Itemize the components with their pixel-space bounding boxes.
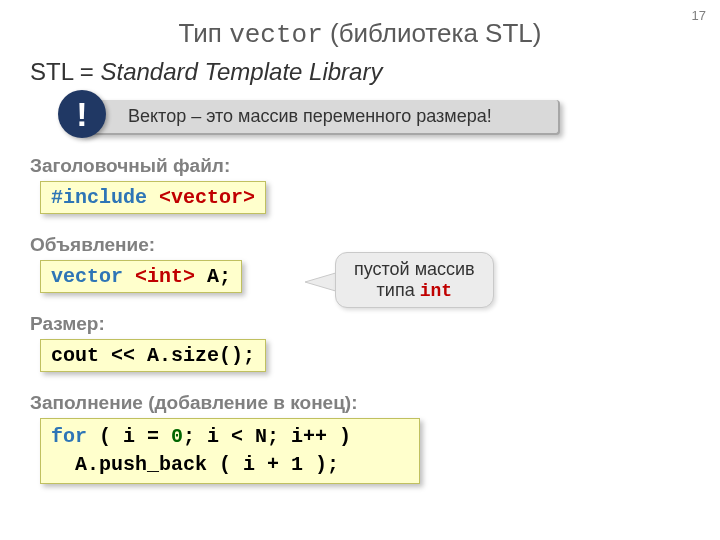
subtitle-abbr: STL xyxy=(30,58,73,85)
code-angle-close: > xyxy=(183,265,195,288)
code-fill: for ( i = 0; i < N; i++ ) A.push_back ( … xyxy=(40,418,420,484)
declaration-row: vector <int> A; пустой массив типа int xyxy=(0,260,720,293)
code-size: cout << A.size(); xyxy=(40,339,266,372)
title-mono: vector xyxy=(229,20,323,50)
callout-arrow-icon xyxy=(305,272,339,292)
subtitle-eq: = xyxy=(73,58,100,85)
code-for-a: ( i = xyxy=(87,425,171,448)
code-pushback: A.push_back ( i + 1 ); xyxy=(51,453,339,476)
subtitle: STL = Standard Template Library xyxy=(30,58,720,86)
bubble-line2-a: типа xyxy=(377,280,420,300)
code-angle-open: < xyxy=(123,265,147,288)
code-for-b: ; i < N; i++ ) xyxy=(183,425,351,448)
section-fill: Заполнение (добавление в конец): xyxy=(30,392,720,414)
title-text-1: Тип xyxy=(179,18,230,48)
slide-title: Тип vector (библиотека STL) xyxy=(0,18,720,50)
callout-text: Вектор – это массив переменного размера! xyxy=(80,100,560,135)
code-zero: 0 xyxy=(171,425,183,448)
code-int-type: int xyxy=(147,265,183,288)
code-for-kw: for xyxy=(51,425,87,448)
code-var: A; xyxy=(195,265,231,288)
title-text-2: (библиотека STL) xyxy=(323,18,542,48)
code-size-call: << A.size(); xyxy=(111,344,255,367)
code-vector-kw: vector xyxy=(51,265,123,288)
section-size: Размер: xyxy=(30,313,720,335)
exclamation-icon: ! xyxy=(58,90,106,138)
svg-marker-0 xyxy=(305,272,339,292)
code-kw: #include xyxy=(51,186,147,209)
code-cout: cout xyxy=(51,344,111,367)
callout: ! Вектор – это массив переменного размер… xyxy=(80,100,560,135)
code-declaration: vector <int> A; xyxy=(40,260,242,293)
bubble-line2: типа int xyxy=(354,280,475,301)
section-header-file: Заголовочный файл: xyxy=(30,155,720,177)
subtitle-expansion: Standard Template Library xyxy=(100,58,382,85)
code-include: #include <vector> xyxy=(40,181,266,214)
bubble-line1: пустой массив xyxy=(354,259,475,280)
bubble-line2-b: int xyxy=(420,281,452,301)
code-rest: <vector> xyxy=(147,186,255,209)
page-number: 17 xyxy=(692,8,706,23)
bubble-note: пустой массив типа int xyxy=(335,252,494,308)
